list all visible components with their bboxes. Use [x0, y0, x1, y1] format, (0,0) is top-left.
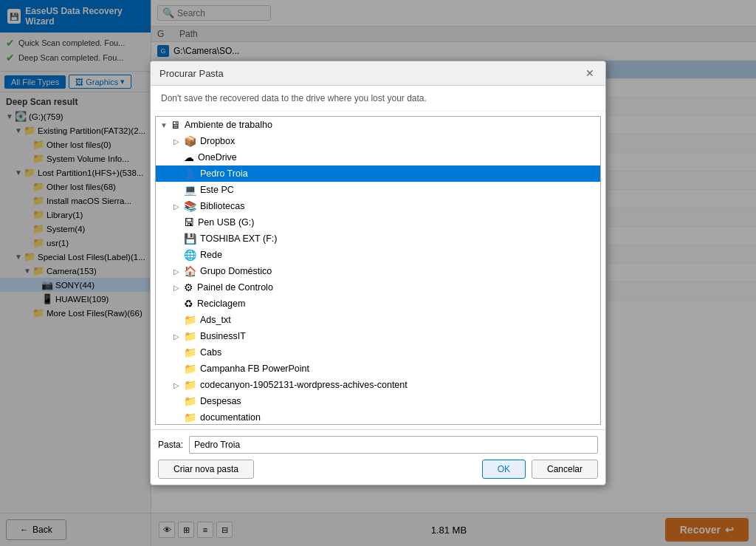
chevron-right-icon: ▷ [173, 284, 182, 292]
tree-item-ads-txt[interactable]: 📁 Ads_txt [156, 312, 600, 328]
ok-button[interactable]: OK [482, 460, 526, 479]
user-icon: 👤 [184, 168, 196, 180]
dropbox-icon: 📦 [184, 135, 196, 147]
chevron-right-icon: ▷ [173, 267, 182, 276]
tree-item-label: OneDrive [198, 152, 237, 163]
tree-item-label: codecanyon-19052131-wordpress-achives-co… [200, 380, 408, 390]
modal-titlebar: Procurar Pasta ✕ [151, 61, 605, 86]
tree-item-campanha-fb[interactable]: 📁 Campanha FB PowerPoint [156, 361, 600, 377]
folder-icon: 📁 [184, 395, 196, 407]
chevron-right-icon: ▷ [173, 202, 182, 211]
tree-item-label: Painel de Controlo [197, 282, 273, 293]
tree-item-rede[interactable]: 🌐 Rede [156, 247, 600, 263]
folder-icon: 📁 [184, 314, 196, 326]
tree-item-pen-usb[interactable]: 🖫 Pen USB (G:) [156, 214, 600, 231]
modal-buttons: Criar nova pasta OK Cancelar [158, 460, 598, 479]
tree-item-este-pc[interactable]: 💻 Este PC [156, 182, 600, 198]
modal-action-buttons: OK Cancelar [482, 460, 598, 479]
tree-item-label: documentation [200, 412, 261, 423]
tree-item-label: Rede [200, 250, 222, 260]
tree-item-cabs[interactable]: 📁 Cabs [156, 344, 600, 361]
tree-item-codecanyon[interactable]: ▷ 📁 codecanyon-19052131-wordpress-achive… [156, 377, 600, 393]
chevron-right-icon: ▷ [173, 137, 182, 146]
modal-close-button[interactable]: ✕ [583, 66, 597, 80]
settings-icon: ⚙ [184, 281, 193, 293]
tree-item-label: Pedro Troia [200, 168, 248, 179]
network-icon: 🌐 [184, 249, 196, 261]
tree-item-label: Despesas [200, 396, 241, 406]
tree-item-reciclagem[interactable]: ♻ Reciclagem [156, 296, 600, 312]
tree-item-label: Este PC [200, 185, 234, 195]
browse-folder-modal: Procurar Pasta ✕ Don't save the recovere… [150, 61, 606, 485]
cancel-button[interactable]: Cancelar [532, 460, 598, 479]
tree-item-label: Bibliotecas [200, 201, 244, 211]
tree-item-bibliotecas[interactable]: ▷ 📚 Bibliotecas [156, 198, 600, 214]
folder-icon: 📁 [184, 347, 196, 358]
drive-icon: 💾 [184, 233, 196, 245]
tree-item-label: Grupo Doméstico [200, 266, 272, 276]
tree-item-grupo-domestico[interactable]: ▷ 🏠 Grupo Doméstico [156, 263, 600, 279]
tree-item-dropbox[interactable]: ▷ 📦 Dropbox [156, 133, 600, 149]
tree-item-label: BusinessIT [200, 331, 246, 341]
modal-warning: Don't save the recovered data to the dri… [151, 86, 605, 112]
home-icon: 🏠 [184, 265, 196, 277]
tree-item-documentation[interactable]: 📁 documentation [156, 409, 600, 425]
tree-item-pedro-troia[interactable]: 👤 Pedro Troia [156, 165, 600, 182]
folder-icon: 📁 [184, 330, 196, 342]
tree-item-despesas[interactable]: 📁 Despesas [156, 393, 600, 409]
folder-tree: ▼ 🖥 Ambiente de trabalho ▷ 📦 Dropbox ☁ O… [155, 116, 601, 425]
tree-item-ambiente[interactable]: ▼ 🖥 Ambiente de trabalho [156, 117, 600, 133]
modal-title: Procurar Pasta [159, 68, 224, 79]
tree-item-painel-controlo[interactable]: ▷ ⚙ Painel de Controlo [156, 279, 600, 296]
pasta-input[interactable] [189, 436, 598, 454]
pasta-label: Pasta: [158, 440, 183, 450]
tree-item-label: Ambiente de trabalho [185, 120, 272, 130]
chevron-down-icon: ▼ [160, 121, 169, 129]
tree-item-label: Reciclagem [197, 298, 245, 309]
cloud-icon: ☁ [184, 151, 194, 163]
tree-item-label: Ads_txt [200, 315, 231, 325]
tree-item-onedrive[interactable]: ☁ OneDrive [156, 149, 600, 165]
modal-overlay: Procurar Pasta ✕ Don't save the recovere… [0, 0, 756, 546]
computer-icon: 💻 [184, 184, 196, 196]
modal-footer: Pasta: Criar nova pasta OK Cancelar [151, 429, 605, 485]
folder-icon: 📁 [184, 379, 196, 391]
tree-item-label: Cabs [200, 347, 221, 358]
modal-body: ▼ 🖥 Ambiente de trabalho ▷ 📦 Dropbox ☁ O… [151, 112, 605, 429]
tree-item-label: TOSHIBA EXT (F:) [200, 233, 277, 244]
chevron-right-icon: ▷ [173, 381, 182, 389]
new-folder-button[interactable]: Criar nova pasta [158, 460, 254, 479]
tree-item-label: Dropbox [200, 136, 235, 146]
usb-drive-icon: 🖫 [184, 216, 194, 228]
folder-icon: 📁 [184, 412, 196, 423]
folder-icon: 📁 [184, 363, 196, 375]
chevron-right-icon: ▷ [173, 332, 182, 341]
pasta-row: Pasta: [158, 436, 598, 454]
tree-item-businessit[interactable]: ▷ 📁 BusinessIT [156, 328, 600, 344]
tree-item-label: Pen USB (G:) [198, 217, 254, 228]
desktop-icon: 🖥 [171, 119, 181, 131]
tree-item-toshiba-ext[interactable]: 💾 TOSHIBA EXT (F:) [156, 231, 600, 247]
recycle-icon: ♻ [184, 298, 193, 310]
library-icon: 📚 [184, 200, 196, 212]
tree-item-label: Campanha FB PowerPoint [200, 364, 309, 374]
